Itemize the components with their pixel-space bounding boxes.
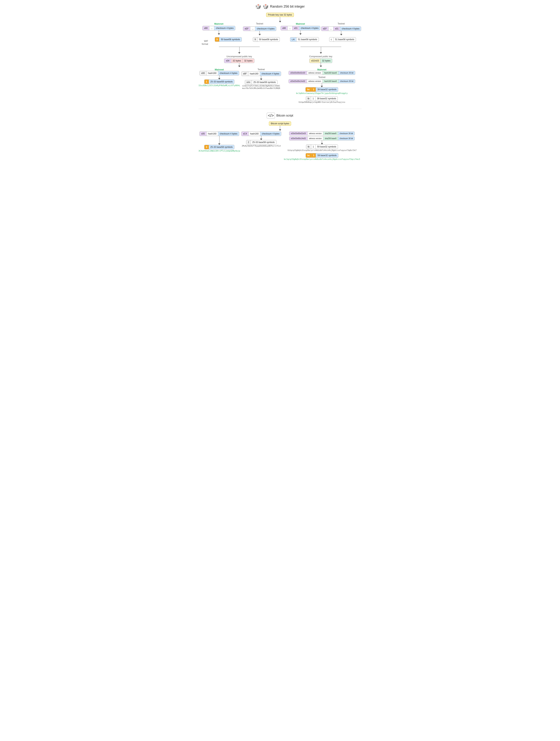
p2pkh-testnet-addr-box: n/m 25-33 base58 symbols xyxy=(245,80,277,84)
p2pkh-mainnet-box: x00 hash160 checksum 4 bytes xyxy=(199,71,239,75)
p2pkh-mainnet-col: Mainnet x00 hash160 checksum 4 bytes 1 2… xyxy=(198,68,240,103)
script-bytes-arrow xyxy=(279,129,281,131)
sc2-addr-body: 25-33 base58 symbols xyxy=(251,140,276,144)
script-col3-mainnet-addr-box: bc 1 59 base32 symbols xyxy=(306,153,338,158)
col1-prefix: x80 xyxy=(203,26,209,30)
arrow-down xyxy=(279,21,281,22)
uncomp-arrow xyxy=(238,66,240,67)
sc3-tn-witness: witness version xyxy=(308,137,323,140)
sc3-mn-sha: sha256 base5 xyxy=(323,132,338,135)
wif-col3-prefix: L/K xyxy=(290,38,297,42)
sc3-tn-sha: sha256 base5 xyxy=(323,137,338,140)
p2pkh-testnet-sample1: n15DJ7nGF2f3hKicD1HbCNgRVUVut34d6C xyxy=(242,85,280,87)
p2wpkh-mn-addr-body: 39 base32 symbols xyxy=(316,87,338,91)
script-col3-testnet-box: x03x03x00x14x02 witness version sha256 b… xyxy=(289,137,355,140)
col2: Testnet xEF ... checksum 4 bytes xyxy=(239,22,280,36)
col3-prefix: x80 xyxy=(281,26,288,30)
script-col1-addr-box: 3 25-33 base58 symbols xyxy=(204,145,234,149)
sc2-prefix: xC4 xyxy=(242,132,249,136)
sc3-mn-witness: witness version xyxy=(308,132,323,135)
col4-dots: ... xyxy=(328,27,333,31)
col2-bytes-box: xEF ... checksum 4 bytes xyxy=(243,26,276,31)
col2-arrow1 xyxy=(259,34,261,36)
script-col1-box: x05 hash160 checksum 4 bytes xyxy=(199,132,239,136)
wif-col4: c 51 base58 symbols xyxy=(323,37,362,42)
pubkey-section: Uncompressed public key x04 32 bytes 32 … xyxy=(198,55,362,67)
arrow-comp xyxy=(320,52,322,54)
sc3-mn-sample: bc1qrp33g0q5c5txsp9arysrx4k6zdkfs4nce4xj… xyxy=(284,158,360,160)
sc3-arrow xyxy=(321,143,323,144)
col3-checksum: checksum 4 bytes xyxy=(299,26,320,30)
sc3-mn-bc: bc xyxy=(306,153,312,157)
sc1-sample: 3CXaV43aC2AWL63HrcPTz1jmdpGDNyUwjp xyxy=(198,150,240,152)
wif-section: WIF format 5 50 base58 symbols 9 50 base… xyxy=(198,37,362,46)
script-col2: xC4 hash160 checksum 4 bytes 2 25-33 bas… xyxy=(241,132,281,160)
p2wpkh-testnet-addr-box: tb 1 39 base32 symbols xyxy=(306,96,338,101)
col4-01: x01 xyxy=(333,27,340,31)
compressed-prefix: x02/x03 xyxy=(310,59,320,63)
script-bytes-section: Bitcoin script bytes xyxy=(198,122,362,131)
wif-col2-box: 9 50 base58 symbols xyxy=(253,37,280,42)
p2pkh-testnet-hash: hash160 xyxy=(248,72,260,76)
wif-boxes: 5 50 base58 symbols 9 50 base58 symbols … xyxy=(209,37,362,42)
p2wpkh-arrow xyxy=(321,86,323,87)
col3-01: x01 xyxy=(293,26,299,30)
comp-arrow xyxy=(320,66,322,67)
p2wpkh-mainnet-box: x03x03x00x02x03 witness version hash160 … xyxy=(289,71,355,75)
script-three-cols: x05 hash160 checksum 4 bytes 3 25-33 bas… xyxy=(198,132,362,160)
col1-checksum: checksum 4 bytes xyxy=(214,26,235,30)
uncompressed-title: Uncompressed public key xyxy=(227,55,252,58)
col2-dots: ... xyxy=(250,27,255,31)
col2-testnet-label: Testnet xyxy=(256,22,263,25)
p2wpkh-tn-witness: witness version xyxy=(307,79,323,83)
wif-col2-prefix: 9 xyxy=(253,38,257,42)
compressed-box: x02/x03 32 bytes xyxy=(309,59,332,63)
p2pkh-testnet-checksum: checksum 4 bytes xyxy=(260,72,281,76)
wif-col4-box: c 51 base58 symbols xyxy=(329,37,356,42)
sc1-hash: hash160 xyxy=(206,132,218,136)
compressed-title: Compressed public key xyxy=(309,55,332,58)
private-key-box: Private key raw 32 bytes xyxy=(266,13,294,17)
script-col1: x05 hash160 checksum 4 bytes 3 25-33 bas… xyxy=(198,132,240,160)
script-bytes-line xyxy=(280,126,280,129)
script-section: </> Bitcoin script Bitcoin script bytes … xyxy=(198,109,362,160)
wif-col1: 5 50 base58 symbols xyxy=(209,37,247,42)
p2wpkh-mn-1: 1 xyxy=(311,87,316,91)
p2wpkh-line xyxy=(322,83,322,86)
sc1-prefix: x05 xyxy=(200,132,206,136)
col3-mainnet-label: Mainnet xyxy=(296,22,305,25)
sc3-tn-tb: tb xyxy=(306,145,311,149)
wif-col3-box: L/K 51 base58 symbols xyxy=(290,37,319,42)
script-icon: </> xyxy=(267,113,275,119)
col4-testnet-label: Testnet xyxy=(337,22,345,25)
connector-line xyxy=(280,17,280,21)
col1-bytes-box: x80 ... checksum 4 bytes xyxy=(202,26,235,30)
p2wpkh-col: Mainnet x03x03x00x02x03 witness version … xyxy=(282,68,362,103)
page: 🎲 🎲 Random 256 bit integer Private key r… xyxy=(197,0,364,168)
wif-col1-prefix: 5 xyxy=(215,38,220,42)
p2pkh-mainnet-label: Mainnet xyxy=(215,68,224,71)
arrow-uncomp xyxy=(238,52,240,54)
uncompressed-b1: 32 bytes xyxy=(231,59,243,63)
private-key-section: Private key raw 32 bytes xyxy=(198,13,362,22)
addr-encoding-section: Mainnet x00 hash160 checksum 4 bytes 1 2… xyxy=(198,68,362,103)
uncompressed-col: Uncompressed public key x04 32 bytes 32 … xyxy=(198,55,280,67)
col1-dots: ... xyxy=(209,26,214,30)
p2pkh-mn-line xyxy=(219,75,220,78)
p2pkh-mainnet-checksum: checksum 4 bytes xyxy=(218,71,239,75)
page-title: Random 256 bit integer xyxy=(270,5,305,8)
col1: Mainnet x80 ... checksum 4 bytes xyxy=(198,22,239,36)
col3-line1 xyxy=(300,30,301,33)
uncompressed-b2: 32 bytes xyxy=(243,59,254,63)
four-cols-section: Mainnet x80 ... checksum 4 bytes Testnet… xyxy=(198,22,362,36)
sc3-line xyxy=(322,140,322,143)
wif-connector xyxy=(198,47,362,52)
sc2-addr-num: 2 xyxy=(246,140,251,144)
sc1-addr-num: 3 xyxy=(204,145,209,149)
wif-col4-prefix: c xyxy=(329,38,334,42)
script-col2-box: xC4 hash160 checksum 4 bytes xyxy=(241,132,281,136)
p2pkh-mn-addr-body: 25-33 base58 symbols xyxy=(209,80,234,84)
col2-line1 xyxy=(259,31,260,34)
p2wpkh-mainnet-label: Mainnet xyxy=(317,68,326,71)
sc3-mn-prefix: x03x03x00x02x03 xyxy=(289,132,308,135)
